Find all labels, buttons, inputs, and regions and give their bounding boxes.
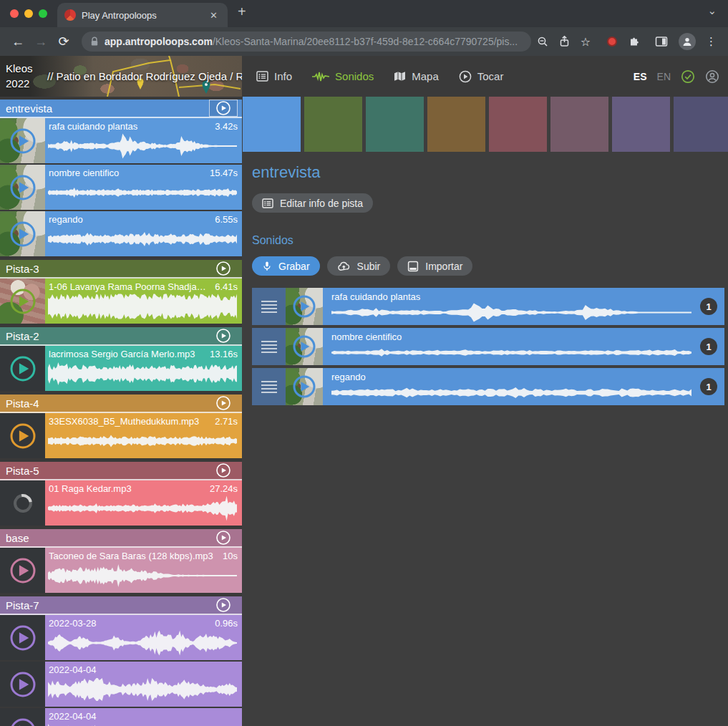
reload-button[interactable]: ⟳ [53, 31, 74, 52]
address-bar[interactable]: app.antropoloops.com/Kleos-Santa-Marina/… [82, 32, 531, 52]
clip-thumbnail[interactable] [0, 480, 45, 526]
minimize-window-button[interactable] [24, 9, 33, 18]
clip-row[interactable]: Taconeo de Sara Baras (128 kbps).mp310s [0, 548, 242, 593]
tab-info[interactable]: Info [256, 70, 292, 82]
sound-thumbnail[interactable] [286, 368, 323, 405]
new-tab-button[interactable]: + [228, 4, 256, 24]
tab-tocar[interactable]: Tocar [459, 70, 504, 83]
browser-tab[interactable]: Play Antropoloops ✕ [57, 3, 228, 27]
track-play-button[interactable] [209, 462, 238, 479]
clip-row[interactable]: 2022-04-04 [0, 708, 242, 726]
maximize-window-button[interactable] [39, 9, 47, 18]
track-play-button[interactable] [209, 395, 238, 412]
track-play-button[interactable] [209, 100, 238, 117]
track-color-tab-1-selected[interactable] [243, 97, 301, 152]
play-icon[interactable] [293, 295, 316, 318]
play-icon[interactable] [10, 625, 36, 651]
track-play-icon[interactable] [215, 328, 231, 344]
record-button[interactable]: Grabar [252, 256, 320, 276]
profile-avatar[interactable] [679, 33, 696, 50]
clip-thumbnail[interactable] [0, 662, 45, 707]
track-header-Pista-7[interactable]: Pista-7 [0, 596, 242, 615]
clip-row[interactable]: regando6.55s [0, 211, 242, 256]
app-logo[interactable]: Kleos 2022 [6, 61, 33, 91]
track-color-tab-5[interactable] [489, 97, 547, 152]
track-color-tab-4[interactable] [427, 97, 485, 152]
upload-button[interactable]: Subir [327, 256, 391, 276]
clip-thumbnail[interactable] [0, 118, 45, 163]
recording-indicator-icon[interactable] [607, 37, 617, 47]
track-play-button[interactable] [209, 260, 238, 277]
track-play-button[interactable] [209, 529, 238, 546]
sync-check-icon[interactable] [681, 69, 695, 84]
track-color-tab-8[interactable] [674, 97, 728, 152]
sound-thumbnail[interactable] [286, 288, 323, 325]
track-header-entrevista[interactable]: entrevista [0, 100, 242, 118]
forward-button[interactable]: → [30, 31, 52, 52]
play-icon[interactable] [10, 718, 36, 726]
track-play-button[interactable] [209, 327, 238, 344]
play-icon[interactable] [10, 128, 36, 154]
track-color-tab-2[interactable] [304, 97, 362, 152]
track-play-icon[interactable] [215, 261, 231, 276]
tab-search-chevron-icon[interactable]: ⌄ [707, 4, 728, 23]
sound-row[interactable]: nombre cientifico1 [252, 328, 724, 365]
play-icon[interactable] [293, 335, 316, 358]
sound-thumbnail[interactable] [286, 328, 323, 365]
back-button[interactable]: ← [7, 31, 29, 52]
clip-row[interactable]: lacrimosa Sergio García Merlo.mp313.16s [0, 346, 242, 391]
play-icon[interactable] [10, 423, 36, 449]
bookmark-star-icon[interactable]: ☆ [576, 32, 596, 52]
clip-row[interactable]: 01 Raga Kedar.mp327.24s [0, 480, 242, 526]
clip-row[interactable]: 1-06 Lavanya Rama Poorna Shadjam Rupak..… [0, 279, 242, 324]
clip-thumbnail[interactable] [0, 708, 45, 726]
clip-row[interactable]: rafa cuidando plantas3.42s [0, 118, 242, 163]
clip-thumbnail[interactable] [0, 615, 45, 660]
track-header-Pista-2[interactable]: Pista-2 [0, 327, 242, 346]
tab-sonidos[interactable]: Sonidos [312, 70, 374, 82]
tab-mapa[interactable]: Mapa [394, 70, 439, 82]
drag-handle[interactable] [252, 288, 286, 325]
clip-row[interactable]: 33ESX6038_B5_Muthedukkum.mp32.71s [0, 413, 242, 458]
side-panel-icon[interactable] [651, 32, 671, 52]
track-play-icon[interactable] [215, 463, 231, 478]
drag-handle[interactable] [252, 368, 286, 405]
play-icon[interactable] [293, 375, 316, 398]
track-play-icon[interactable] [215, 530, 231, 546]
sound-row[interactable]: rafa cuidando plantas1 [252, 288, 724, 325]
lang-es[interactable]: ES [634, 71, 647, 82]
clip-thumbnail[interactable] [0, 211, 45, 256]
track-play-icon[interactable] [215, 100, 231, 116]
clip-thumbnail[interactable] [0, 413, 45, 458]
clip-row[interactable]: 2022-04-04 [0, 662, 242, 707]
track-color-tab-6[interactable] [550, 97, 608, 152]
clip-row[interactable]: 2022-03-280.96s [0, 615, 242, 660]
clip-thumbnail[interactable] [0, 548, 45, 593]
close-window-button[interactable] [10, 9, 19, 18]
import-button[interactable]: Importar [397, 256, 472, 276]
tab-close-icon[interactable]: ✕ [207, 9, 220, 22]
track-header-Pista-3[interactable]: Pista-3 [0, 260, 242, 279]
clip-thumbnail[interactable] [0, 346, 45, 391]
track-header-Pista-4[interactable]: Pista-4 [0, 395, 242, 413]
lang-en[interactable]: EN [657, 71, 671, 82]
track-color-tab-7[interactable] [612, 97, 670, 152]
play-icon[interactable] [10, 356, 36, 382]
edit-track-info-button[interactable]: Editar info de pista [252, 193, 373, 213]
zoom-level-icon[interactable] [533, 32, 553, 52]
browser-menu-icon[interactable]: ⋮ [703, 35, 719, 48]
clip-row[interactable]: nombre cientifico15.47s [0, 165, 242, 210]
track-color-tab-3[interactable] [366, 97, 424, 152]
play-icon[interactable] [10, 289, 36, 314]
play-icon[interactable] [10, 672, 36, 697]
track-play-icon[interactable] [215, 597, 231, 613]
track-header-Pista-5[interactable]: Pista-5 [0, 462, 242, 480]
track-play-icon[interactable] [215, 395, 231, 411]
clip-thumbnail[interactable] [0, 165, 45, 210]
play-icon[interactable] [10, 175, 36, 200]
sound-row[interactable]: regando1 [252, 368, 724, 405]
extensions-puzzle-icon[interactable] [624, 32, 644, 52]
share-icon[interactable] [554, 32, 574, 52]
play-icon[interactable] [10, 221, 36, 247]
track-header-base[interactable]: base [0, 529, 242, 548]
